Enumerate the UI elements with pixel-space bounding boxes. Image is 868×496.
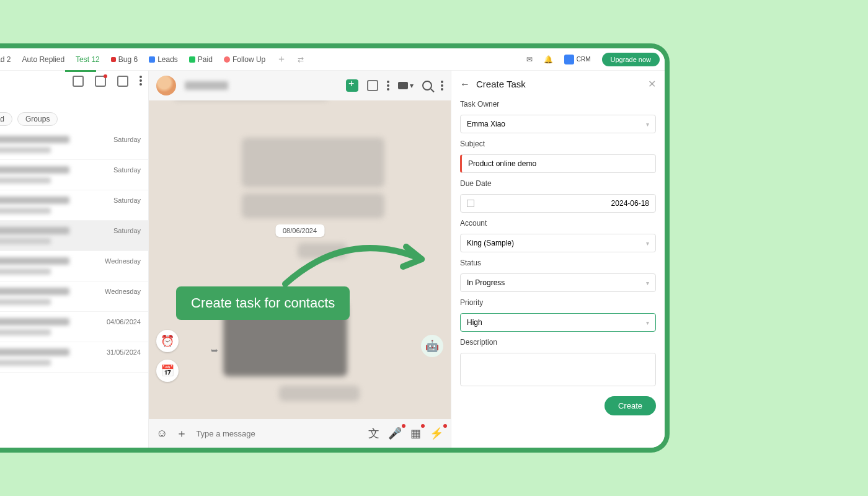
crm-badge[interactable]: CRM bbox=[564, 55, 591, 64]
add-task-icon[interactable] bbox=[346, 79, 358, 92]
conversation-item[interactable]: Saturday bbox=[0, 221, 148, 251]
voice-icon[interactable]: 🎤 bbox=[388, 427, 402, 440]
upgrade-button[interactable]: Upgrade now bbox=[602, 53, 660, 66]
conv-timestamp: Saturday bbox=[113, 227, 141, 244]
leads-icon bbox=[149, 56, 155, 63]
conversation-sidebar: read Groups SaturdaySaturdaySaturdaySatu… bbox=[0, 71, 149, 448]
callout-label: Create task for contacts bbox=[176, 286, 350, 320]
conversation-item[interactable]: Wednesday bbox=[0, 251, 148, 281]
mail-icon[interactable]: ✉ bbox=[526, 55, 533, 64]
filter-groups[interactable]: Groups bbox=[17, 112, 58, 126]
chat-pane: ▾ 08/06/2024 Create task for contacts ⏰ … bbox=[149, 71, 451, 448]
conv-timestamp: 04/06/2024 bbox=[107, 318, 141, 335]
message-input[interactable] bbox=[196, 429, 360, 438]
label-due: Due Date bbox=[460, 179, 656, 188]
search-chat-icon[interactable] bbox=[422, 81, 432, 91]
message-composer: ☺ ＋ 文 🎤 ▦ ⚡ bbox=[149, 419, 451, 448]
add-tab-icon[interactable]: ＋ bbox=[277, 53, 286, 66]
tab-settings-icon[interactable]: ⇄ bbox=[298, 55, 304, 64]
tab-leads[interactable]: Leads bbox=[149, 55, 178, 64]
paid-icon bbox=[189, 56, 195, 63]
tab-paid[interactable]: Paid bbox=[189, 55, 213, 64]
bell-icon[interactable]: 🔔 bbox=[544, 55, 553, 64]
bot-fab[interactable]: 🤖 bbox=[421, 335, 443, 357]
conversation-item[interactable]: 04/06/2024 bbox=[0, 312, 148, 342]
chat-more-icon[interactable] bbox=[387, 81, 389, 91]
conversation-item[interactable]: 31/05/2024 bbox=[0, 342, 148, 373]
description-textarea[interactable] bbox=[460, 353, 656, 386]
conv-timestamp: Saturday bbox=[113, 136, 141, 153]
new-chat-icon[interactable] bbox=[73, 76, 84, 87]
conversation-item[interactable]: Wednesday bbox=[0, 281, 148, 312]
emoji-icon[interactable]: ☺ bbox=[156, 427, 167, 440]
back-arrow-icon[interactable]: ← bbox=[460, 79, 470, 90]
reminder-fab[interactable]: ⏰ bbox=[156, 330, 179, 352]
conv-timestamp: 31/05/2024 bbox=[107, 348, 141, 366]
chevron-down-icon: ▾ bbox=[646, 280, 649, 286]
account-select[interactable]: King (Sample)▾ bbox=[460, 234, 656, 252]
sidebar-more-icon[interactable] bbox=[140, 76, 142, 86]
label-subject: Subject bbox=[460, 140, 656, 148]
chat-header: ▾ bbox=[149, 71, 451, 100]
app-frame: Unread 2 Auto Replied Test 12 Bug 6 Lead… bbox=[0, 43, 670, 453]
chevron-down-icon: ▾ bbox=[646, 240, 649, 247]
contact-avatar[interactable] bbox=[156, 76, 176, 95]
quick-reply-icon[interactable]: ⚡ bbox=[430, 427, 443, 440]
bug-icon bbox=[111, 57, 116, 62]
label-owner: Task Owner bbox=[460, 100, 656, 108]
top-tabbar: Unread 2 Auto Replied Test 12 Bug 6 Lead… bbox=[0, 48, 665, 71]
contact-name bbox=[185, 81, 228, 90]
label-priority: Priority bbox=[460, 298, 656, 307]
tab-unread[interactable]: Unread 2 bbox=[0, 55, 11, 64]
search-input[interactable] bbox=[0, 95, 142, 105]
conversation-list: SaturdaySaturdaySaturdaySaturdayWednesda… bbox=[0, 130, 148, 448]
crm-icon bbox=[564, 55, 574, 64]
tab-test[interactable]: Test 12 bbox=[76, 55, 100, 64]
panel-title: Create Task bbox=[476, 79, 642, 89]
due-date-input[interactable]: 2024-06-18 bbox=[460, 194, 656, 213]
attach-icon[interactable]: ＋ bbox=[176, 426, 187, 441]
template-icon[interactable]: ▦ bbox=[410, 427, 421, 440]
chevron-down-icon: ▾ bbox=[646, 319, 649, 326]
archive-icon[interactable] bbox=[117, 76, 128, 87]
conversation-item[interactable]: Saturday bbox=[0, 130, 148, 160]
tab-follow-up[interactable]: Follow Up bbox=[224, 55, 265, 64]
chat-date-pill: 08/06/2024 bbox=[275, 224, 324, 237]
priority-select[interactable]: High▾ bbox=[460, 313, 656, 332]
active-tab-underline bbox=[65, 70, 96, 72]
label-account: Account bbox=[460, 219, 656, 228]
translate-icon[interactable]: 文 bbox=[368, 426, 379, 441]
video-icon bbox=[398, 82, 408, 89]
tab-auto-replied[interactable]: Auto Replied bbox=[22, 55, 64, 64]
create-task-panel: ← Create Task ✕ Task Owner Emma Xiao▾ Su… bbox=[451, 71, 665, 448]
conversation-item[interactable]: Saturday bbox=[0, 160, 148, 190]
chat-body: 08/06/2024 Create task for contacts ⏰ 📅 … bbox=[149, 100, 451, 419]
calendar-fab[interactable]: 📅 bbox=[156, 360, 179, 382]
add-contact-icon[interactable] bbox=[95, 76, 106, 87]
label-description: Description bbox=[460, 338, 656, 347]
conv-timestamp: Saturday bbox=[113, 166, 141, 184]
video-call-button[interactable]: ▾ bbox=[398, 81, 414, 90]
status-select[interactable]: In Progress▾ bbox=[460, 273, 656, 292]
calendar-icon bbox=[467, 200, 474, 207]
task-owner-select[interactable]: Emma Xiao▾ bbox=[460, 115, 656, 133]
tab-bug[interactable]: Bug 6 bbox=[111, 55, 138, 64]
conversation-item[interactable]: Saturday bbox=[0, 190, 148, 221]
close-icon[interactable]: ✕ bbox=[648, 78, 656, 90]
filter-read[interactable]: read bbox=[0, 112, 12, 126]
chevron-down-icon: ▾ bbox=[646, 121, 649, 128]
label-status: Status bbox=[460, 259, 656, 267]
conv-timestamp: Wednesday bbox=[105, 288, 141, 305]
followup-icon bbox=[224, 56, 230, 63]
conv-timestamp: Wednesday bbox=[105, 257, 141, 275]
chat-menu-icon[interactable] bbox=[441, 81, 443, 91]
subject-input[interactable]: Product online demo bbox=[460, 154, 656, 173]
create-button[interactable]: Create bbox=[604, 396, 656, 415]
forward-icon[interactable]: ➥ bbox=[211, 345, 218, 355]
conv-timestamp: Saturday bbox=[113, 197, 141, 214]
create-note-icon[interactable] bbox=[367, 80, 378, 91]
